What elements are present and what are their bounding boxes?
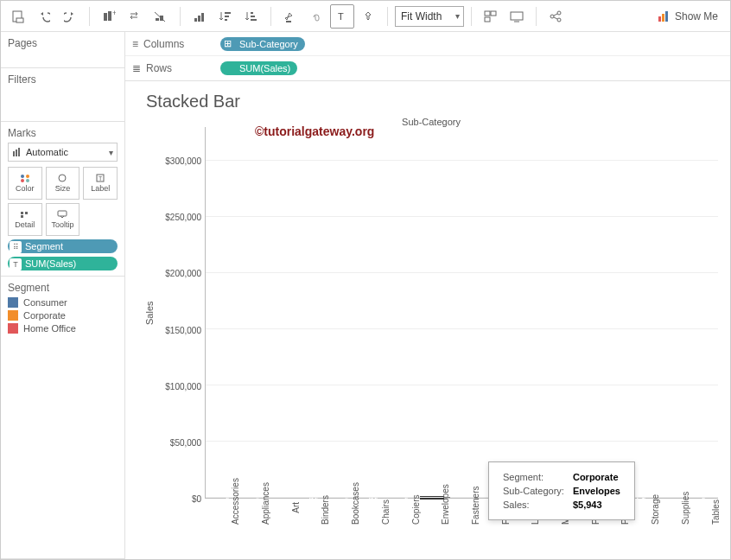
svg-rect-1: [16, 18, 23, 22]
svg-rect-30: [662, 14, 664, 22]
pin-button[interactable]: [356, 4, 380, 29]
show-cards-button[interactable]: [479, 4, 503, 29]
svg-text:T: T: [338, 11, 344, 22]
svg-point-24: [550, 15, 554, 18]
fit-select[interactable]: Fit Width: [395, 6, 464, 27]
legend-swatch: [8, 310, 18, 321]
svg-rect-22: [511, 12, 523, 20]
marks-pill-segment[interactable]: ⠿ Segment: [8, 239, 118, 253]
svg-point-38: [26, 179, 29, 182]
svg-rect-43: [25, 212, 28, 214]
redo-button[interactable]: [58, 4, 82, 29]
tooltip-icon: [56, 210, 68, 219]
svg-rect-45: [58, 211, 67, 216]
filters-title: Filters: [8, 73, 118, 86]
marks-size-button[interactable]: Size: [46, 167, 80, 200]
svg-point-26: [557, 18, 561, 22]
svg-rect-10: [201, 13, 204, 22]
shelves: ≡Columns ⊞Sub-Category ≣Rows SUM(Sales): [125, 32, 730, 81]
svg-rect-12: [225, 16, 229, 17]
toolbar: + T Fit Width Show Me: [1, 1, 730, 32]
svg-point-35: [21, 175, 24, 178]
marks-tooltip-button[interactable]: Tooltip: [46, 203, 80, 236]
mark-labels-button[interactable]: T: [330, 4, 354, 29]
svg-line-28: [554, 17, 557, 19]
legend-swatch: [8, 297, 18, 308]
svg-rect-9: [198, 16, 200, 22]
legend-card: Segment ConsumerCorporateHome Office: [1, 277, 124, 559]
legend-item[interactable]: Corporate: [8, 310, 118, 321]
legend-label: Corporate: [23, 310, 66, 321]
svg-rect-13: [225, 19, 227, 21]
side-panel: Pages Filters Marks Automatic Color Size…: [1, 32, 125, 559]
sort-clear-button[interactable]: [239, 4, 264, 29]
swap-button[interactable]: [123, 4, 147, 29]
size-icon: [56, 174, 68, 182]
viz-title[interactable]: Stacked Bar: [146, 92, 718, 111]
color-icon: ⠿: [10, 241, 22, 253]
svg-rect-8: [194, 18, 197, 22]
sort-asc-button[interactable]: [188, 4, 212, 29]
show-me-button[interactable]: Show Me: [651, 10, 725, 22]
marks-type-select[interactable]: Automatic: [8, 143, 118, 162]
share-button[interactable]: [543, 4, 568, 29]
svg-rect-5: [156, 18, 159, 21]
color-icon: [19, 174, 31, 182]
svg-line-27: [554, 14, 557, 16]
attach-button[interactable]: [304, 4, 328, 29]
svg-point-25: [557, 11, 561, 15]
svg-text:+: +: [112, 10, 116, 17]
show-me-label: Show Me: [675, 10, 718, 22]
rows-icon: ≣: [132, 62, 141, 74]
filters-card: Filters: [1, 68, 124, 122]
columns-shelf[interactable]: ≡Columns ⊞Sub-Category: [125, 32, 730, 56]
highlight-button[interactable]: [278, 4, 302, 29]
new-datasource-button[interactable]: +: [97, 4, 121, 29]
marks-pill-sales[interactable]: T SUM(Sales): [8, 257, 118, 270]
clear-sheet-button[interactable]: [149, 4, 173, 29]
svg-rect-14: [251, 12, 253, 14]
svg-rect-2: [104, 13, 107, 21]
marks-label-button[interactable]: TLabel: [83, 167, 118, 200]
y-axis-title: Sales: [144, 127, 156, 499]
rows-shelf[interactable]: ≣Rows SUM(Sales): [125, 56, 730, 80]
undo-button[interactable]: [32, 4, 56, 29]
svg-point-37: [21, 179, 24, 182]
svg-point-36: [26, 175, 29, 178]
plot-area[interactable]: $49,191$87,105$52,820$51,560$118,161$68,…: [205, 127, 718, 499]
legend-item[interactable]: Consumer: [8, 297, 118, 308]
legend-item[interactable]: Home Office: [8, 323, 118, 334]
fit-select-label: Fit Width: [401, 10, 442, 22]
svg-point-39: [59, 175, 66, 181]
svg-rect-44: [21, 215, 23, 218]
rows-pill[interactable]: SUM(Sales): [220, 61, 297, 75]
presentation-button[interactable]: [505, 4, 529, 29]
svg-rect-33: [16, 150, 17, 156]
pages-card: Pages: [1, 32, 124, 68]
svg-rect-11: [225, 12, 231, 14]
legend-title: Segment: [8, 282, 118, 294]
svg-rect-20: [491, 11, 496, 16]
plus-icon: ⊞: [224, 38, 232, 49]
automatic-icon: [12, 147, 22, 157]
columns-pill[interactable]: ⊞Sub-Category: [220, 37, 305, 51]
svg-rect-16: [251, 19, 257, 21]
pages-title: Pages: [8, 37, 118, 49]
new-worksheet-button[interactable]: [6, 4, 30, 29]
svg-rect-19: [485, 11, 490, 16]
svg-rect-29: [658, 16, 661, 22]
marks-title: Marks: [8, 127, 118, 139]
columns-icon: ≡: [132, 38, 138, 50]
label-icon: T: [94, 174, 106, 182]
x-tick-label: Tables: [711, 502, 731, 525]
svg-text:T: T: [99, 175, 103, 181]
svg-rect-3: [108, 11, 111, 21]
marks-color-button[interactable]: Color: [8, 167, 42, 200]
tooltip: Segment:Corporate Sub-Category:Envelopes…: [488, 461, 635, 520]
marks-detail-button[interactable]: Detail: [8, 203, 42, 236]
viz-area: Stacked Bar ©tutorialgateway.org Sub-Cat…: [125, 81, 730, 559]
svg-rect-21: [485, 17, 490, 22]
legend-label: Consumer: [23, 297, 67, 308]
svg-rect-15: [251, 16, 255, 17]
sort-desc-button[interactable]: [213, 4, 238, 29]
